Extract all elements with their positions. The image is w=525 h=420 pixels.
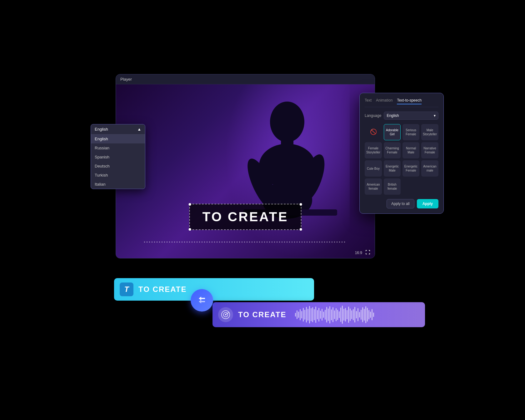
- player-video: TO CREATE 16:9: [116, 84, 375, 258]
- language-dropdown[interactable]: English ▲ English Russian Spanish Deutsc…: [91, 124, 145, 189]
- svg-point-0: [270, 102, 304, 142]
- wave-bar: [309, 306, 310, 323]
- fullscreen-icon[interactable]: [365, 250, 370, 256]
- wave-bar: [345, 308, 346, 322]
- wave-bar: [336, 308, 337, 321]
- wave-bar: [354, 307, 355, 322]
- wave-bar: [322, 309, 322, 321]
- resize-handle-tr[interactable]: [299, 203, 302, 206]
- wave-bar: [342, 306, 343, 324]
- wave-bar: [370, 312, 371, 318]
- voice-female-storyteller[interactable]: Female Storyteller: [365, 142, 382, 158]
- voice-adorable-girl[interactable]: Adorable Girl: [384, 124, 401, 140]
- audio-track-bar: TO CREATE: [212, 302, 425, 327]
- wave-bar: [306, 307, 307, 322]
- tab-text-to-speech[interactable]: Text-to-speech: [397, 98, 422, 104]
- lang-option-russian[interactable]: Russian: [91, 143, 145, 152]
- wave-bar: [367, 308, 368, 322]
- wave-bar: [368, 310, 369, 319]
- convert-arrow-button[interactable]: [191, 289, 213, 312]
- lang-option-spanish[interactable]: Spanish: [91, 152, 145, 162]
- player-window: Player: [116, 74, 375, 258]
- player-title: Player: [120, 77, 132, 82]
- wave-bar: [326, 307, 327, 322]
- voice-energetic-male[interactable]: Energetic Male: [384, 160, 401, 177]
- wave-bar: [350, 308, 351, 321]
- voice-label: Adorable Girl: [385, 128, 399, 136]
- voice-cute-boy[interactable]: Cute Boy: [365, 160, 382, 177]
- wave-bar: [298, 312, 299, 318]
- wave-bar: [323, 312, 324, 318]
- wave-bar: [356, 311, 357, 318]
- wave-bar: [311, 308, 312, 321]
- wave-bar: [304, 310, 305, 320]
- waveform: [295, 306, 419, 324]
- language-select-caret: ▾: [434, 113, 436, 118]
- aspect-ratio-label[interactable]: 16:9: [355, 251, 362, 255]
- voice-american-female[interactable]: American female: [365, 178, 382, 195]
- tts-actions: Apply to all Apply: [365, 199, 438, 208]
- lang-option-english[interactable]: English: [91, 134, 145, 143]
- wave-bar: [315, 307, 316, 323]
- wave-bar: [351, 310, 352, 319]
- wave-bar: [320, 311, 321, 319]
- tts-panel: Text Animation Text-to-speech Language E…: [359, 93, 444, 214]
- wave-bar: [314, 309, 315, 320]
- wave-bar: [331, 309, 332, 320]
- voice-narrative-female[interactable]: Narrative Female: [421, 142, 438, 158]
- language-select-value: English: [387, 113, 399, 118]
- text-track-label: TO CREATE: [138, 285, 187, 294]
- wave-bar: [364, 309, 365, 321]
- voice-energetic-female[interactable]: Energetic Female: [402, 160, 419, 177]
- resize-handle-bl[interactable]: [189, 228, 191, 231]
- voice-serious-female[interactable]: Serious Female: [402, 124, 419, 140]
- wave-bar: [365, 306, 366, 323]
- wave-bar: [373, 312, 374, 317]
- wave-bar: [340, 308, 341, 322]
- tab-animation[interactable]: Animation: [376, 98, 392, 104]
- wave-bar: [339, 311, 340, 318]
- voice-mute[interactable]: 🚫: [365, 124, 382, 140]
- lang-option-turkish[interactable]: Turkish: [91, 171, 145, 180]
- wave-bar: [297, 310, 298, 319]
- wave-bar: [317, 310, 318, 319]
- voice-empty-1: [402, 178, 419, 195]
- wave-bar: [361, 310, 362, 320]
- voice-label: Energetic Female: [404, 164, 418, 172]
- tab-text[interactable]: Text: [365, 98, 372, 104]
- player-controls: 16:9: [355, 250, 370, 256]
- lang-option-italian[interactable]: Italian: [91, 180, 145, 189]
- voice-british-female[interactable]: British female: [384, 178, 401, 195]
- voice-empty-2: [421, 178, 438, 195]
- wave-bar: [372, 309, 372, 320]
- resize-handle-br[interactable]: [299, 228, 302, 231]
- audio-track-icon: [218, 307, 233, 322]
- video-text-overlay[interactable]: TO CREATE: [189, 204, 302, 230]
- voice-label: Energetic Male: [385, 164, 399, 172]
- wave-bar: [362, 307, 363, 322]
- wave-bar: [325, 310, 326, 320]
- voice-label: Female Storyteller: [366, 146, 380, 154]
- wave-bar: [359, 312, 360, 318]
- resize-handle-tl[interactable]: [189, 203, 191, 206]
- mute-icon: 🚫: [370, 128, 377, 136]
- video-overlay-text: TO CREATE: [202, 209, 288, 224]
- voice-charming-female[interactable]: Charming Female: [384, 142, 401, 158]
- voice-label: Serious Female: [404, 128, 418, 136]
- voice-male-storyteller[interactable]: Male Storyteller: [421, 124, 438, 140]
- voice-label: Narrative Female: [423, 146, 437, 154]
- language-select[interactable]: English ▾: [384, 112, 438, 120]
- apply-all-button[interactable]: Apply to all: [387, 199, 414, 208]
- text-track-bar: T TO CREATE: [114, 278, 314, 301]
- lang-option-deutsch[interactable]: Deutsch: [91, 162, 145, 171]
- voice-label: American female: [366, 182, 380, 191]
- voice-label: American male: [423, 164, 437, 172]
- wave-bar: [300, 309, 301, 320]
- wave-bar: [295, 313, 296, 317]
- dropdown-header[interactable]: English ▲: [91, 124, 145, 134]
- apply-button[interactable]: Apply: [417, 199, 438, 208]
- voice-american-male[interactable]: American male: [421, 160, 438, 177]
- voice-normal-male[interactable]: Normal Male: [402, 142, 419, 158]
- wave-bar: [334, 310, 335, 319]
- wave-bar: [328, 308, 329, 321]
